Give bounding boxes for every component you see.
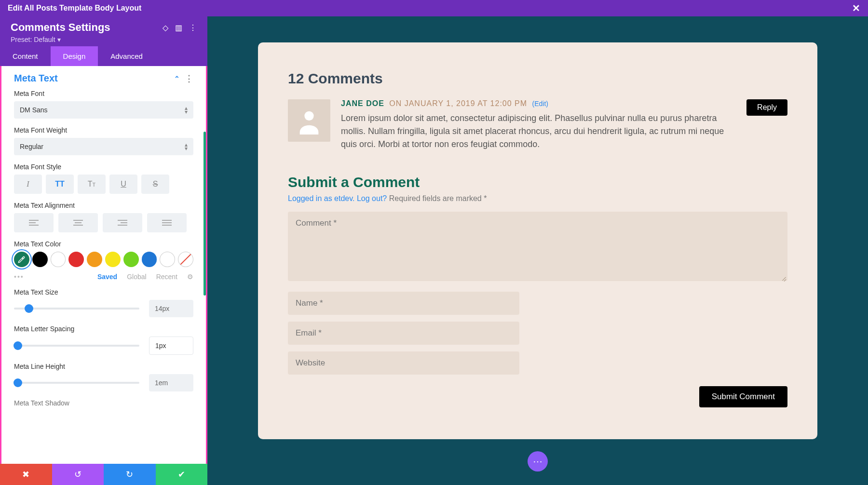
tab-design[interactable]: Design	[51, 46, 98, 66]
sidebar-title: Comments Settings	[11, 21, 110, 34]
header-title: Edit All Posts Template Body Layout	[8, 4, 141, 13]
align-left-button[interactable]	[14, 213, 54, 232]
scroll-indicator	[203, 132, 206, 296]
close-icon[interactable]: ✕	[852, 2, 860, 14]
preview-canvas: 12 Comments JANE DOE ON JANUARY 1, 2019 …	[207, 16, 868, 485]
drag-handle-icon[interactable]: •••	[14, 273, 24, 281]
label-meta-line-height: Meta Line Height	[14, 363, 193, 370]
label-meta-text-color: Meta Text Color	[14, 240, 193, 248]
color-swatch[interactable]	[32, 252, 48, 267]
color-tab-recent[interactable]: Recent	[156, 273, 177, 281]
gear-icon[interactable]: ⚙	[187, 273, 193, 281]
select-arrows-icon: ▴▾	[185, 106, 188, 114]
select-arrows-icon: ▴▾	[185, 143, 188, 150]
label-meta-text-shadow: Meta Text Shadow	[14, 399, 193, 407]
settings-tabs: Content Design Advanced	[0, 46, 207, 66]
tab-content[interactable]: Content	[0, 46, 51, 66]
undo-button[interactable]: ↺	[52, 464, 104, 485]
label-meta-text-size: Meta Text Size	[14, 288, 193, 296]
style-smallcaps-button[interactable]: TT	[78, 175, 106, 194]
input-text-size[interactable]: 14px	[149, 300, 193, 317]
svg-point-0	[304, 111, 313, 121]
columns-icon[interactable]: ▥	[175, 23, 182, 32]
focus-icon[interactable]: ◇	[163, 23, 168, 32]
sidebar-header: Comments Settings ◇ ▥ ⋮ Preset: Default …	[0, 16, 207, 46]
resize-handle-icon[interactable]	[780, 275, 786, 281]
kebab-menu-icon[interactable]: ⋮	[189, 23, 197, 32]
submit-heading: Submit a Comment	[288, 174, 787, 190]
section-header-meta-text[interactable]: Meta Text ⌃ ⋮	[14, 73, 193, 84]
align-justify-button[interactable]	[147, 213, 187, 232]
email-input[interactable]	[288, 322, 519, 345]
header-bar: Edit All Posts Template Body Layout ✕	[0, 0, 868, 16]
input-letter-spacing[interactable]: 1px	[149, 337, 193, 355]
redo-button[interactable]: ↻	[104, 464, 156, 485]
style-uppercase-button[interactable]: TT	[46, 175, 74, 194]
avatar	[288, 99, 330, 142]
select-meta-font[interactable]: DM Sans ▴▾	[14, 101, 193, 119]
name-input[interactable]	[288, 292, 519, 315]
color-swatch[interactable]	[105, 252, 121, 267]
color-swatch-row	[14, 252, 193, 267]
website-input[interactable]	[288, 351, 519, 375]
select-meta-font-weight[interactable]: Regular ▴▾	[14, 138, 193, 155]
save-button[interactable]: ✔	[156, 464, 208, 485]
chevron-up-icon[interactable]: ⌃	[174, 75, 180, 82]
slider-letter-spacing[interactable]	[14, 345, 139, 347]
login-note: Logged in as etdev. Log out? Required fi…	[288, 194, 787, 203]
floating-actions-button[interactable]: ⋯	[528, 451, 548, 472]
slider-line-height[interactable]	[14, 382, 139, 384]
comment-author[interactable]: JANE DOE	[341, 99, 384, 108]
color-swatch[interactable]	[68, 252, 84, 267]
comment-body-text: Lorem ipsum dolor sit amet, consectetur …	[341, 112, 737, 151]
color-swatch[interactable]	[160, 252, 175, 267]
slider-text-size[interactable]	[14, 308, 139, 310]
chevron-down-icon: ▾	[57, 36, 61, 43]
style-underline-button[interactable]: U	[109, 175, 137, 194]
align-center-button[interactable]	[58, 213, 98, 232]
color-swatch[interactable]	[142, 252, 157, 267]
label-meta-text-alignment: Meta Text Alignment	[14, 202, 193, 209]
style-italic-button[interactable]: I	[14, 175, 42, 194]
settings-sidebar: Comments Settings ◇ ▥ ⋮ Preset: Default …	[0, 16, 207, 485]
color-swatch[interactable]	[51, 252, 66, 267]
label-meta-font-style: Meta Font Style	[14, 163, 193, 171]
color-swatch-selected[interactable]	[14, 252, 29, 267]
cancel-button[interactable]: ✖	[0, 464, 52, 485]
style-strikethrough-button[interactable]: S	[141, 175, 169, 194]
preset-selector[interactable]: Preset: Default ▾	[11, 36, 197, 43]
required-note: Required fields are marked *	[389, 194, 487, 202]
color-swatch-none[interactable]	[178, 252, 193, 267]
align-right-button[interactable]	[103, 213, 142, 232]
comments-heading: 12 Comments	[288, 70, 787, 87]
submit-comment-button[interactable]: Submit Comment	[699, 386, 787, 407]
comment-meta: JANE DOE ON JANUARY 1, 2019 AT 12:00 PM …	[341, 99, 737, 108]
label-meta-font: Meta Font	[14, 90, 193, 97]
input-line-height[interactable]: 1em	[149, 374, 193, 391]
comment-edit-link[interactable]: (Edit)	[532, 100, 548, 108]
reply-button[interactable]: Reply	[746, 99, 787, 116]
logged-in-link[interactable]: Logged in as etdev.	[288, 194, 354, 202]
sidebar-bottom-bar: ✖ ↺ ↻ ✔	[0, 464, 207, 485]
color-tab-saved[interactable]: Saved	[97, 273, 117, 281]
label-meta-font-weight: Meta Font Weight	[14, 126, 193, 134]
panel-body: Meta Text ⌃ ⋮ Meta Font DM Sans ▴▾ Meta …	[0, 66, 207, 485]
color-swatch[interactable]	[87, 252, 102, 267]
comment-date: ON JANUARY 1, 2019 AT 12:00 PM	[389, 99, 527, 108]
comments-module: 12 Comments JANE DOE ON JANUARY 1, 2019 …	[258, 42, 817, 439]
color-swatch[interactable]	[123, 252, 139, 267]
comment-textarea[interactable]	[288, 212, 787, 281]
label-meta-letter-spacing: Meta Letter Spacing	[14, 325, 193, 333]
tab-advanced[interactable]: Advanced	[98, 46, 155, 66]
logout-link[interactable]: Log out?	[357, 194, 387, 202]
color-tab-global[interactable]: Global	[127, 273, 146, 281]
